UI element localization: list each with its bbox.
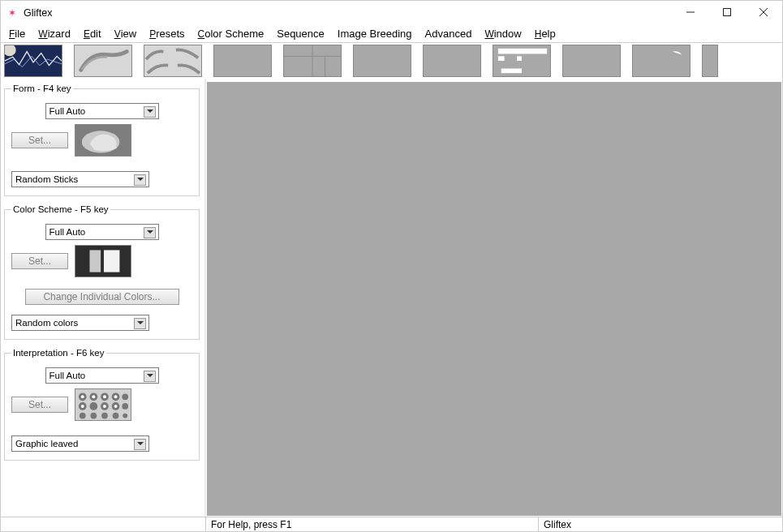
svg-point-44 (103, 405, 106, 408)
svg-point-42 (114, 395, 118, 398)
svg-rect-21 (89, 250, 101, 272)
form-preset-value: Random Sticks (15, 174, 78, 184)
thumbnail-4[interactable] (213, 45, 272, 77)
thumbnail-5[interactable] (283, 45, 342, 77)
menu-sequence[interactable]: Sequence (270, 26, 331, 41)
menu-window[interactable]: Window (478, 26, 527, 41)
svg-point-28 (122, 393, 128, 400)
minimize-button[interactable] (672, 1, 708, 24)
status-app-pane: Gliftex (539, 517, 782, 531)
close-button[interactable] (745, 1, 781, 24)
app-icon: ✶ (6, 6, 19, 19)
thumbnail-6[interactable] (353, 45, 411, 77)
thumbnail-2[interactable] (74, 45, 132, 77)
color-mode-select[interactable]: Full Auto (45, 224, 159, 240)
color-group: Color Scheme - F5 key Full Auto Set... C… (4, 204, 200, 340)
svg-point-39 (81, 395, 84, 398)
window-controls (672, 1, 781, 25)
svg-rect-13 (498, 49, 547, 54)
window-title: Gliftex (24, 7, 672, 19)
menu-edit[interactable]: Edit (77, 26, 108, 41)
svg-point-38 (123, 414, 127, 418)
menu-file[interactable]: File (2, 26, 32, 41)
svg-rect-1 (723, 9, 730, 16)
svg-rect-7 (144, 45, 201, 76)
svg-rect-22 (104, 250, 119, 272)
svg-point-40 (92, 395, 95, 398)
svg-rect-15 (517, 56, 522, 61)
color-preset-select[interactable]: Random colors (11, 315, 149, 331)
form-set-label: Set... (28, 135, 51, 146)
menu-image-breeding[interactable]: Image Breeding (331, 26, 419, 41)
form-group: Form - F4 key Full Auto Set... Random St… (4, 84, 200, 196)
color-preview (75, 245, 131, 277)
thumbnail-10[interactable] (632, 45, 691, 77)
status-bar: For Help, press F1 Gliftex (1, 517, 782, 531)
interp-set-button[interactable]: Set... (11, 397, 68, 413)
svg-point-36 (101, 413, 108, 419)
menu-advanced[interactable]: Advanced (419, 26, 479, 41)
svg-point-43 (81, 405, 84, 408)
left-panel: Form - F4 key Full Auto Set... Random St… (1, 79, 206, 517)
svg-point-45 (114, 405, 118, 408)
svg-point-33 (122, 403, 128, 410)
thumbnail-strip (1, 43, 782, 79)
color-set-label: Set... (28, 255, 51, 267)
interp-legend: Interpretation - F6 key (11, 348, 106, 358)
status-app-text: Gliftex (544, 519, 571, 530)
status-help-text: For Help, press F1 (211, 519, 291, 530)
form-mode-select[interactable]: Full Auto (45, 103, 159, 119)
svg-rect-20 (75, 246, 131, 277)
color-mode-value: Full Auto (49, 227, 86, 237)
svg-point-34 (80, 413, 86, 419)
menu-help[interactable]: Help (528, 26, 562, 41)
svg-rect-6 (75, 45, 131, 76)
svg-point-37 (113, 413, 119, 419)
form-preview (75, 124, 131, 157)
interp-group: Interpretation - F6 key Full Auto Set... (4, 348, 200, 461)
interp-mode-value: Full Auto (49, 371, 86, 380)
change-colors-button[interactable]: Change Individual Colors... (25, 289, 179, 305)
thumbnail-11[interactable] (702, 45, 718, 77)
thumbnail-3[interactable] (144, 45, 202, 77)
svg-rect-16 (501, 69, 522, 74)
thumbnail-7[interactable] (423, 45, 481, 77)
canvas-area[interactable] (207, 82, 781, 516)
interp-preset-select[interactable]: Graphic leaved (11, 435, 149, 452)
color-legend: Color Scheme - F5 key (11, 204, 110, 214)
status-left-pane (1, 517, 206, 531)
svg-rect-14 (498, 56, 505, 61)
svg-point-30 (89, 402, 97, 410)
thumbnail-8[interactable] (493, 45, 551, 77)
interp-preset-value: Graphic leaved (15, 439, 78, 448)
svg-point-41 (103, 395, 106, 398)
svg-rect-17 (633, 45, 690, 76)
form-set-button[interactable]: Set... (11, 132, 68, 148)
menu-color-scheme[interactable]: Color Scheme (191, 26, 271, 41)
interp-preview (75, 388, 131, 421)
color-preset-value: Random colors (15, 318, 78, 328)
color-set-button[interactable]: Set... (11, 253, 68, 269)
menu-wizard[interactable]: Wizard (32, 26, 77, 41)
maximize-button[interactable] (708, 1, 745, 24)
thumbnail-1[interactable] (4, 45, 62, 77)
form-preset-select[interactable]: Random Sticks (11, 171, 149, 187)
form-legend: Form - F4 key (11, 84, 73, 93)
svg-point-35 (90, 413, 97, 419)
interp-set-label: Set... (28, 399, 51, 410)
title-bar: ✶ Gliftex (1, 1, 782, 25)
menu-bar: FileWizardEditViewPresetsColor SchemeSeq… (1, 25, 782, 43)
body-split: Form - F4 key Full Auto Set... Random St… (1, 79, 782, 517)
interp-mode-select[interactable]: Full Auto (45, 367, 159, 384)
thumbnail-9[interactable] (562, 45, 621, 77)
change-colors-label: Change Individual Colors... (43, 291, 160, 302)
status-help-pane: For Help, press F1 (206, 517, 539, 531)
menu-view[interactable]: View (108, 26, 144, 41)
app-window: ✶ Gliftex FileWizardEditViewPresetsColor… (0, 0, 783, 532)
menu-presets[interactable]: Presets (143, 26, 191, 41)
form-mode-value: Full Auto (49, 106, 86, 116)
